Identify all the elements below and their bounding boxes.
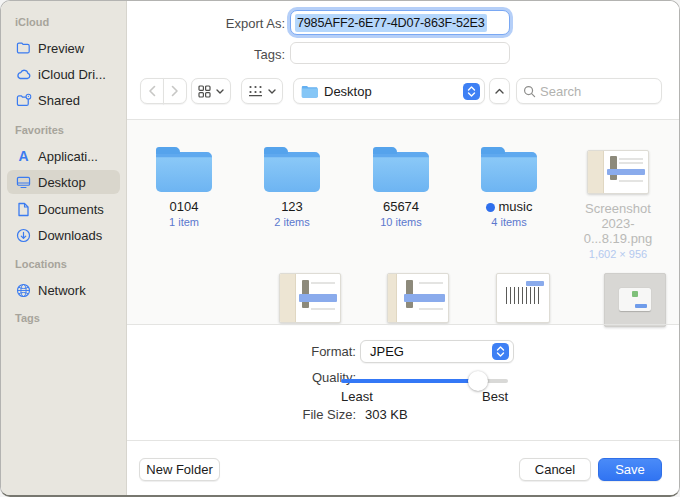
- quality-label: Quality:: [226, 370, 356, 385]
- file-thumbnail[interactable]: [496, 273, 558, 323]
- export-as-label: Export As:: [185, 16, 285, 31]
- file-item-folder[interactable]: music 4 items: [459, 148, 559, 228]
- cancel-button[interactable]: Cancel: [519, 458, 591, 481]
- sidebar-item-downloads[interactable]: Downloads: [7, 223, 120, 247]
- chevron-down-icon: [216, 89, 224, 94]
- quality-least-label: Least: [341, 389, 373, 404]
- file-name: music: [459, 199, 559, 214]
- save-button[interactable]: Save: [598, 458, 662, 481]
- quality-slider[interactable]: [341, 379, 508, 383]
- document-icon: [15, 201, 32, 217]
- tags-input[interactable]: [291, 43, 509, 63]
- grid-view-icon: [198, 85, 211, 98]
- format-dropdown[interactable]: JPEG: [360, 340, 514, 363]
- file-name-line2: 2023-0...8.19.png: [568, 216, 668, 246]
- search-icon: [523, 85, 536, 98]
- sidebar-item-label: Applicati...: [38, 149, 98, 164]
- file-name: Screenshot: [568, 201, 668, 216]
- sidebar-section-favorites: Favorites: [15, 124, 64, 136]
- tags-input-wrap: [290, 42, 510, 64]
- file-size-label: File Size:: [226, 407, 356, 422]
- file-name: 65674: [351, 199, 451, 214]
- up-down-chevrons-icon: [492, 343, 509, 360]
- chevron-down-icon: [268, 89, 276, 94]
- download-icon: [15, 227, 32, 243]
- blue-folder-icon: [481, 152, 537, 192]
- main-panel: Export As: 7985AFF2-6E77-4D07-863F-52E3 …: [127, 1, 679, 495]
- filename-selected-text: 7985AFF2-6E77-4D07-863F-52E3: [295, 14, 487, 32]
- file-item-count: 1 item: [134, 216, 234, 228]
- sidebar-item-label: Network: [38, 283, 86, 298]
- screenshot-beige-thumbnail: [387, 273, 449, 323]
- back-button[interactable]: [140, 78, 164, 104]
- screenshot-thumbnail: [587, 150, 649, 194]
- group-view-button[interactable]: [241, 78, 283, 104]
- file-item-folder[interactable]: 0104 1 item: [134, 148, 234, 228]
- file-item-count: 4 items: [459, 216, 559, 228]
- blue-dot-badge: [486, 203, 495, 212]
- separator: [127, 440, 679, 441]
- sidebar-item-applications[interactable]: A Applicati...: [7, 144, 120, 168]
- group-view-icon: [248, 85, 263, 97]
- screenshot-beige-thumbnail: [279, 273, 341, 323]
- sidebar-section-locations: Locations: [15, 258, 67, 270]
- sidebar-item-label: iCloud Dri...: [38, 67, 106, 82]
- sidebar-item-shared[interactable]: Shared: [7, 88, 120, 112]
- file-item-image[interactable]: Screenshot 2023-0...8.19.png 1,602 × 956: [568, 148, 668, 260]
- folder-icon: [301, 85, 318, 98]
- applications-icon: A: [15, 148, 32, 164]
- icon-view-button[interactable]: [191, 78, 231, 104]
- cloud-icon: [15, 66, 32, 82]
- file-size-value: 303 KB: [365, 407, 408, 422]
- chevron-left-icon: [148, 85, 156, 97]
- globe-icon: [15, 282, 32, 298]
- sidebar-item-label: Downloads: [38, 228, 102, 243]
- search-placeholder: Search: [540, 84, 581, 99]
- forward-button[interactable]: [163, 78, 187, 104]
- file-name: 123: [242, 199, 342, 214]
- chevron-up-icon: [495, 88, 504, 94]
- sidebar-item-desktop[interactable]: Desktop: [7, 170, 120, 194]
- quality-best-label: Best: [458, 389, 508, 404]
- file-thumbnail[interactable]: [604, 273, 666, 323]
- file-dimensions: 1,602 × 956: [568, 248, 668, 260]
- chevron-right-icon: [171, 85, 179, 97]
- new-folder-button[interactable]: New Folder: [139, 458, 220, 481]
- separator: [127, 324, 679, 325]
- sidebar-item-network[interactable]: Network: [7, 278, 120, 302]
- blue-folder-icon: [156, 152, 212, 192]
- file-thumbnail[interactable]: [387, 273, 449, 323]
- sidebar-item-label: Desktop: [38, 175, 86, 190]
- blue-folder-icon: [373, 152, 429, 192]
- slider-knob[interactable]: [468, 371, 488, 391]
- file-item-folder[interactable]: 123 2 items: [242, 148, 342, 228]
- screenshot-dialog-thumbnail: [604, 273, 666, 327]
- sidebar-item-documents[interactable]: Documents: [7, 197, 120, 221]
- format-label: Format:: [226, 344, 356, 359]
- filename-input[interactable]: 7985AFF2-6E77-4D07-863F-52E3: [290, 10, 510, 35]
- sidebar: iCloud Preview iCloud Dri... Shared Favo…: [1, 1, 127, 495]
- collapse-button[interactable]: [489, 78, 510, 104]
- sidebar-item-preview[interactable]: Preview: [7, 36, 120, 60]
- shared-folder-icon: [15, 92, 32, 108]
- up-down-chevrons-icon[interactable]: [463, 83, 480, 100]
- file-item-count: 10 items: [351, 216, 451, 228]
- format-value: JPEG: [361, 344, 492, 359]
- file-browser[interactable]: 0104 1 item 123 2 items 65674 10 items m…: [127, 120, 679, 324]
- blue-folder-icon: [264, 152, 320, 192]
- file-thumbnail[interactable]: [279, 273, 341, 323]
- file-item-folder[interactable]: 65674 10 items: [351, 148, 451, 228]
- sidebar-item-label: Shared: [38, 93, 80, 108]
- location-dropdown[interactable]: Desktop: [293, 78, 485, 104]
- sidebar-item-icloud-drive[interactable]: iCloud Dri...: [7, 62, 120, 86]
- sidebar-section-tags: Tags: [15, 312, 40, 324]
- sidebar-item-label: Preview: [38, 41, 84, 56]
- file-name: 0104: [134, 199, 234, 214]
- file-item-count: 2 items: [242, 216, 342, 228]
- sidebar-item-label: Documents: [38, 202, 104, 217]
- screenshot-chart-thumbnail: [496, 273, 550, 323]
- tags-label: Tags:: [185, 47, 285, 62]
- search-field[interactable]: Search: [516, 78, 662, 104]
- slider-fill: [341, 379, 478, 383]
- desktop-icon: [15, 174, 32, 190]
